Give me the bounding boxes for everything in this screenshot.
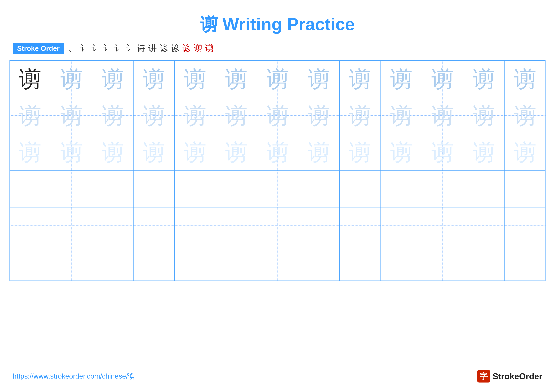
char-display: 谫 (143, 141, 165, 163)
grid-cell-6-3[interactable] (92, 244, 133, 280)
char-display: 谫 (60, 105, 83, 127)
grid-cell-1-1: 谫 (10, 61, 51, 97)
char-display: 谫 (60, 68, 83, 90)
grid-cell-4-8[interactable] (298, 171, 340, 207)
grid-cell-5-3[interactable] (92, 207, 133, 244)
stroke-step-2: 讠 (80, 43, 88, 54)
grid-cell-4-2[interactable] (51, 171, 92, 207)
grid-cell-6-9[interactable] (340, 244, 381, 280)
stroke-step-6: 讠 (125, 43, 134, 54)
char-display: 谫 (267, 141, 289, 163)
grid-cell-4-13[interactable] (504, 171, 546, 207)
grid-cell-3-11: 谫 (422, 134, 463, 171)
char-display: 谫 (225, 141, 248, 163)
grid-cell-6-13[interactable] (504, 244, 546, 280)
grid-cell-5-1[interactable] (10, 207, 51, 244)
grid-cell-3-8: 谫 (298, 134, 340, 171)
grid-cell-5-9[interactable] (340, 207, 381, 244)
char-display: 谫 (267, 105, 289, 127)
char-display: 谫 (431, 105, 453, 127)
grid-cell-5-2[interactable] (51, 207, 92, 244)
char-display: 谫 (473, 105, 495, 127)
stroke-step-10: 谚 (171, 43, 180, 54)
grid-cell-4-6[interactable] (216, 171, 257, 207)
grid-cell-1-4: 谫 (133, 61, 175, 97)
grid-cell-6-2[interactable] (51, 244, 92, 280)
page-title: 谫 Writing Practice (0, 0, 555, 36)
grid-cell-3-7: 谫 (257, 134, 299, 171)
char-display: 谫 (19, 141, 41, 163)
char-display: 谫 (349, 105, 371, 127)
grid-cell-5-5[interactable] (175, 207, 216, 244)
grid-cell-6-8[interactable] (298, 244, 340, 280)
grid-cell-1-11: 谫 (422, 61, 463, 97)
grid-cell-2-11: 谫 (422, 97, 463, 134)
grid-cell-6-4[interactable] (133, 244, 175, 280)
grid-cell-1-5: 谫 (175, 61, 216, 97)
stroke-step-12: 谫 (194, 43, 202, 54)
char-display: 谫 (184, 68, 206, 90)
char-display: 谫 (473, 141, 495, 163)
footer-logo: 字 StrokeOrder (477, 370, 542, 383)
char-display: 谫 (60, 141, 83, 163)
grid-cell-4-3[interactable] (92, 171, 133, 207)
grid-cell-4-4[interactable] (133, 171, 175, 207)
grid-cell-5-13[interactable] (504, 207, 546, 244)
grid-cell-2-4: 谫 (133, 97, 175, 134)
title-rest: Writing Practice (218, 14, 355, 34)
grid-cell-2-9: 谫 (340, 97, 381, 134)
grid-cell-6-10[interactable] (381, 244, 422, 280)
grid-row-4 (10, 171, 545, 207)
grid-cell-3-4: 谫 (133, 134, 175, 171)
grid-cell-2-13: 谫 (504, 97, 546, 134)
grid-cell-6-6[interactable] (216, 244, 257, 280)
char-display: 谫 (184, 141, 206, 163)
grid-cell-4-1[interactable] (10, 171, 51, 207)
char-display: 谫 (19, 105, 41, 127)
grid-cell-5-4[interactable] (133, 207, 175, 244)
grid-cell-3-1: 谫 (10, 134, 51, 171)
footer-url: https://www.strokeorder.com/chinese/谫 (13, 372, 135, 381)
grid-cell-4-5[interactable] (175, 171, 216, 207)
char-display: 谫 (225, 105, 248, 127)
char-display: 谫 (390, 68, 412, 90)
grid-cell-1-10: 谫 (381, 61, 422, 97)
char-display: 谫 (349, 68, 371, 90)
grid-cell-2-8: 谫 (298, 97, 340, 134)
grid-cell-2-6: 谫 (216, 97, 257, 134)
stroke-step-4: 讠 (103, 43, 111, 54)
grid-cell-4-9[interactable] (340, 171, 381, 207)
grid-cell-4-11[interactable] (422, 171, 463, 207)
footer: https://www.strokeorder.com/chinese/谫 字 … (13, 370, 542, 383)
grid-cell-3-5: 谫 (175, 134, 216, 171)
stroke-step-8: 讲 (148, 43, 157, 54)
stroke-order-row: Stroke Order 、 讠 讠 讠 讠 讠 诗 讲 谚 谚 谚 谫 谫 (0, 43, 555, 54)
grid-cell-6-7[interactable] (257, 244, 299, 280)
char-display: 谫 (308, 141, 330, 163)
grid-cell-5-10[interactable] (381, 207, 422, 244)
grid-cell-4-12[interactable] (463, 171, 505, 207)
char-display: 谫 (267, 68, 289, 90)
grid-cell-5-12[interactable] (463, 207, 505, 244)
stroke-step-13: 谫 (205, 43, 214, 54)
grid-cell-4-10[interactable] (381, 171, 422, 207)
grid-cell-5-6[interactable] (216, 207, 257, 244)
grid-cell-3-9: 谫 (340, 134, 381, 171)
stroke-step-3: 讠 (91, 43, 100, 54)
grid-cell-1-6: 谫 (216, 61, 257, 97)
grid-row-6 (10, 244, 545, 280)
grid-cell-6-12[interactable] (463, 244, 505, 280)
grid-cell-5-11[interactable] (422, 207, 463, 244)
char-display: 谫 (143, 105, 165, 127)
grid-cell-6-11[interactable] (422, 244, 463, 280)
grid-cell-4-7[interactable] (257, 171, 299, 207)
char-display: 谫 (225, 68, 248, 90)
stroke-step-1: 、 (68, 43, 77, 54)
grid-cell-6-1[interactable] (10, 244, 51, 280)
char-display: 谫 (143, 68, 165, 90)
char-display: 谫 (431, 141, 453, 163)
grid-cell-6-5[interactable] (175, 244, 216, 280)
grid-cell-5-8[interactable] (298, 207, 340, 244)
grid-cell-5-7[interactable] (257, 207, 299, 244)
grid-cell-1-7: 谫 (257, 61, 299, 97)
